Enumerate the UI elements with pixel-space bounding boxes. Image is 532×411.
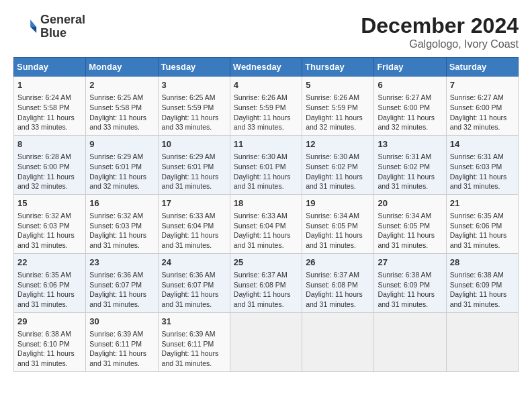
day-info-line: and 31 minutes. xyxy=(162,241,212,249)
calendar-cell: 8Sunrise: 6:28 AMSunset: 6:00 PMDaylight… xyxy=(14,135,86,194)
day-info-line: and 31 minutes. xyxy=(234,241,284,249)
day-number: 14 xyxy=(450,138,515,150)
day-number: 2 xyxy=(89,79,154,91)
day-info-line: Sunset: 6:03 PM xyxy=(89,222,142,230)
calendar-cell: 18Sunrise: 6:33 AMSunset: 6:04 PMDayligh… xyxy=(230,194,302,253)
day-info-line: Daylight: 11 hours xyxy=(162,290,219,298)
calendar-week-row: 15Sunrise: 6:32 AMSunset: 6:03 PMDayligh… xyxy=(14,194,519,253)
calendar-cell: 26Sunrise: 6:37 AMSunset: 6:08 PMDayligh… xyxy=(302,253,374,312)
day-info-line: Sunrise: 6:32 AM xyxy=(89,212,143,220)
day-info-line: and 31 minutes. xyxy=(378,182,428,190)
calendar-cell: 14Sunrise: 6:31 AMSunset: 6:03 PMDayligh… xyxy=(446,135,518,194)
day-info-line: Daylight: 11 hours xyxy=(450,173,507,181)
day-info-line: Sunset: 6:03 PM xyxy=(450,163,502,171)
day-info-line: Sunset: 6:05 PM xyxy=(306,222,358,230)
calendar-title: December 2024 xyxy=(361,13,519,38)
day-info-line: Daylight: 11 hours xyxy=(162,231,219,239)
day-number: 5 xyxy=(306,79,370,91)
calendar-cell xyxy=(302,312,374,371)
day-info-line: and 31 minutes. xyxy=(17,300,68,308)
day-headers-row: SundayMondayTuesdayWednesdayThursdayFrid… xyxy=(14,58,519,77)
day-info-line: Sunrise: 6:27 AM xyxy=(378,93,431,101)
day-info-line: Sunset: 6:00 PM xyxy=(378,103,430,111)
calendar-cell xyxy=(374,312,446,371)
calendar-cell: 13Sunrise: 6:31 AMSunset: 6:02 PMDayligh… xyxy=(374,135,446,194)
logo-line2: Blue xyxy=(40,27,85,40)
day-info-line: Daylight: 11 hours xyxy=(234,113,291,122)
day-info-line: Daylight: 11 hours xyxy=(17,231,75,239)
calendar-cell: 5Sunrise: 6:26 AMSunset: 5:59 PMDaylight… xyxy=(302,77,374,136)
calendar-cell: 7Sunrise: 6:27 AMSunset: 6:00 PMDaylight… xyxy=(446,77,518,136)
day-info-line: and 31 minutes. xyxy=(306,300,356,308)
day-info-line: Sunrise: 6:36 AM xyxy=(162,271,216,279)
day-info-line: Sunrise: 6:37 AM xyxy=(234,271,287,279)
day-info-line: Daylight: 11 hours xyxy=(17,349,75,357)
day-info-line: Sunset: 6:08 PM xyxy=(234,281,286,289)
day-info-line: Sunrise: 6:29 AM xyxy=(89,152,143,161)
day-info-line: Sunset: 6:07 PM xyxy=(89,281,142,289)
logo-line1: General xyxy=(40,13,85,27)
day-info-line: Daylight: 11 hours xyxy=(450,113,507,122)
day-number: 4 xyxy=(234,79,298,91)
day-info-line: and 31 minutes. xyxy=(17,359,68,367)
day-info-line: Sunrise: 6:29 AM xyxy=(162,152,216,161)
day-info-line: Sunset: 5:58 PM xyxy=(89,103,142,111)
day-info-line: and 31 minutes. xyxy=(306,182,356,190)
day-info-line: Sunset: 6:00 PM xyxy=(17,163,70,171)
day-number: 11 xyxy=(234,138,298,150)
day-number: 27 xyxy=(378,257,442,269)
header-thursday: Thursday xyxy=(302,58,374,77)
logo-text: General Blue xyxy=(40,13,85,40)
day-info-line: Sunrise: 6:38 AM xyxy=(450,271,504,279)
calendar-week-row: 29Sunrise: 6:38 AMSunset: 6:10 PMDayligh… xyxy=(14,312,519,371)
day-info-line: Sunrise: 6:31 AM xyxy=(450,152,504,161)
day-info-line: and 31 minutes. xyxy=(378,300,428,308)
day-info-line: Daylight: 11 hours xyxy=(450,231,507,239)
day-info-line: Sunset: 6:06 PM xyxy=(450,222,502,230)
day-info-line: Sunrise: 6:35 AM xyxy=(450,212,504,220)
calendar-cell: 12Sunrise: 6:30 AMSunset: 6:02 PMDayligh… xyxy=(302,135,374,194)
day-info-line: Sunrise: 6:34 AM xyxy=(306,212,359,220)
header-friday: Friday xyxy=(374,58,446,77)
day-info-line: Sunrise: 6:37 AM xyxy=(306,271,359,279)
day-info-line: Sunset: 6:10 PM xyxy=(17,340,70,348)
header-wednesday: Wednesday xyxy=(230,58,302,77)
calendar-cell: 29Sunrise: 6:38 AMSunset: 6:10 PMDayligh… xyxy=(14,312,86,371)
calendar-cell: 16Sunrise: 6:32 AMSunset: 6:03 PMDayligh… xyxy=(86,194,158,253)
day-info-line: Daylight: 11 hours xyxy=(234,173,291,181)
day-info-line: and 32 minutes. xyxy=(378,123,428,131)
calendar-header: SundayMondayTuesdayWednesdayThursdayFrid… xyxy=(14,58,519,77)
day-info-line: Sunset: 5:59 PM xyxy=(162,103,214,111)
day-info-line: Sunrise: 6:32 AM xyxy=(17,212,71,220)
day-info-line: and 32 minutes. xyxy=(450,123,500,131)
calendar-cell: 9Sunrise: 6:29 AMSunset: 6:01 PMDaylight… xyxy=(86,135,158,194)
day-info-line: Sunrise: 6:31 AM xyxy=(378,152,431,161)
day-number: 9 xyxy=(89,138,154,150)
day-info-line: Sunrise: 6:35 AM xyxy=(17,271,71,279)
calendar-cell: 25Sunrise: 6:37 AMSunset: 6:08 PMDayligh… xyxy=(230,253,302,312)
day-info-line: Daylight: 11 hours xyxy=(234,290,291,298)
day-info-line: Sunrise: 6:26 AM xyxy=(234,93,287,101)
day-info-line: and 32 minutes. xyxy=(306,123,356,131)
day-info-line: Sunrise: 6:38 AM xyxy=(378,271,431,279)
calendar-table: SundayMondayTuesdayWednesdayThursdayFrid… xyxy=(13,57,519,372)
day-number: 12 xyxy=(306,138,370,150)
calendar-week-row: 1Sunrise: 6:24 AMSunset: 5:58 PMDaylight… xyxy=(14,77,519,136)
day-info-line: and 31 minutes. xyxy=(17,241,68,249)
day-info-line: Sunrise: 6:25 AM xyxy=(162,93,216,101)
calendar-subtitle: Galgologo, Ivory Coast xyxy=(361,38,519,50)
calendar-cell xyxy=(230,312,302,371)
calendar-cell: 11Sunrise: 6:30 AMSunset: 6:01 PMDayligh… xyxy=(230,135,302,194)
day-number: 25 xyxy=(234,257,298,269)
day-info-line: Sunset: 6:01 PM xyxy=(162,163,214,171)
day-info-line: and 31 minutes. xyxy=(450,241,500,249)
calendar-cell: 1Sunrise: 6:24 AMSunset: 5:58 PMDaylight… xyxy=(14,77,86,136)
day-number: 7 xyxy=(450,79,515,91)
day-info-line: Daylight: 11 hours xyxy=(17,173,75,181)
day-info-line: Sunrise: 6:34 AM xyxy=(378,212,431,220)
day-number: 28 xyxy=(450,257,515,269)
logo: General Blue xyxy=(13,13,85,40)
day-number: 8 xyxy=(17,138,82,150)
calendar-cell: 28Sunrise: 6:38 AMSunset: 6:09 PMDayligh… xyxy=(446,253,518,312)
calendar-cell: 27Sunrise: 6:38 AMSunset: 6:09 PMDayligh… xyxy=(374,253,446,312)
